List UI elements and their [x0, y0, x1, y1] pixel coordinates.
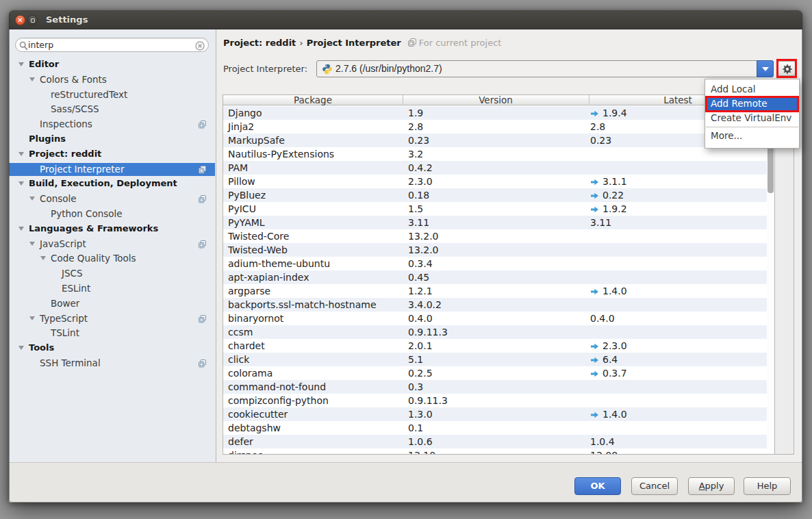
package-row-apt-xapian-index[interactable]: apt-xapian-index0.45: [223, 270, 767, 284]
sidebar-item-label: SSH Terminal: [40, 355, 101, 370]
package-row-pillow[interactable]: Pillow2.3.03.1.1: [223, 175, 767, 188]
sidebar-item-tslint[interactable]: TSLint: [9, 325, 215, 340]
sidebar-item-editor[interactable]: Editor: [9, 57, 215, 72]
expand-arrow-icon[interactable]: [18, 227, 24, 231]
restore-button[interactable]: [27, 15, 38, 25]
sidebar-item-bower[interactable]: Bower: [9, 296, 215, 311]
sidebar-item-label: JavaScript: [40, 236, 86, 251]
sidebar-item-code-quality-tools[interactable]: Code Quality Tools: [9, 251, 215, 266]
package-row-nautilus-pyextensions[interactable]: Nautilus-PyExtensions3.2: [223, 147, 767, 161]
sidebar-item-project-reddit[interactable]: Project: reddit: [9, 147, 215, 162]
ok-button[interactable]: OK: [574, 477, 621, 495]
package-row-backports.ssl-match-hostname[interactable]: backports.ssl-match-hostname3.4.0.2: [223, 298, 767, 312]
expand-arrow-icon[interactable]: [29, 242, 35, 246]
clear-search-icon[interactable]: [195, 40, 205, 53]
sidebar-item-project-interpreter[interactable]: Project Interpreter: [9, 162, 215, 177]
cancel-button[interactable]: Cancel: [631, 477, 678, 495]
package-name: argparse: [228, 284, 270, 298]
expand-arrow-icon[interactable]: [40, 256, 46, 260]
help-button[interactable]: Help: [744, 477, 791, 495]
gear-button[interactable]: [778, 61, 796, 76]
search-input[interactable]: interp: [15, 38, 209, 52]
sidebar-item-plugins[interactable]: Plugins: [9, 131, 215, 147]
package-version: 5.1: [408, 353, 423, 366]
expand-arrow-icon[interactable]: [18, 346, 24, 350]
package-row-markupsafe[interactable]: MarkupSafe0.230.23: [223, 134, 767, 147]
menu-item-add-remote[interactable]: Add Remote: [705, 97, 799, 111]
package-row-chardet[interactable]: chardet2.0.12.3.0: [223, 339, 767, 353]
column-header-package[interactable]: Package: [223, 95, 403, 105]
gear-dropdown-menu: Add LocalAdd RemoteCreate VirtualEnvMore…: [705, 79, 800, 149]
package-latest: 13.08: [590, 448, 618, 454]
sidebar-item-inspections[interactable]: Inspections: [9, 116, 215, 131]
upgrade-arrow-icon: [590, 288, 599, 295]
package-row-click[interactable]: click5.16.4: [223, 353, 767, 366]
sidebar-item-ssh-terminal[interactable]: SSH Terminal: [9, 355, 215, 370]
interpreter-dropdown-button[interactable]: [757, 60, 774, 77]
sidebar-item-sass-scss[interactable]: Sass/SCSS: [9, 101, 215, 116]
sidebar-item-restructuredtext[interactable]: reStructuredText: [9, 87, 215, 102]
package-latest: 2.8: [590, 120, 605, 134]
expand-arrow-icon[interactable]: [29, 77, 35, 81]
package-name: MarkupSafe: [228, 134, 285, 147]
package-row-jinja2[interactable]: Jinja22.82.8: [223, 120, 767, 134]
sidebar-item-jscs[interactable]: JSCS: [9, 266, 215, 281]
dialog-footer: OKCancelApplyHelp: [9, 462, 802, 503]
package-name: Twisted-Web: [228, 243, 288, 257]
upgrade-arrow-icon: [590, 110, 599, 117]
sidebar-item-languages-frameworks[interactable]: Languages & Frameworks: [9, 221, 215, 236]
package-row-debtagshw[interactable]: debtagshw0.1: [223, 421, 767, 435]
package-name: Jinja2: [228, 120, 254, 134]
settings-sidebar: interp EditorColors & FontsreStructuredT…: [9, 29, 216, 462]
package-row-command-not-found[interactable]: command-not-found0.3: [223, 380, 767, 394]
python-icon: [322, 64, 333, 77]
restore-icon: [31, 18, 35, 23]
gear-icon: [782, 64, 793, 75]
breadcrumb-project[interactable]: Project: reddit: [223, 38, 296, 48]
sidebar-item-eslint[interactable]: ESLint: [9, 281, 215, 296]
interpreter-combobox[interactable]: 2.7.6 (/usr/bin/python2.7): [316, 60, 774, 77]
package-row-compizconfig-python[interactable]: compizconfig-python0.9.11.3: [223, 394, 767, 407]
package-row-pam[interactable]: PAM0.4.2: [223, 161, 767, 175]
expand-arrow-icon[interactable]: [18, 62, 24, 66]
package-row-adium-theme-ubuntu[interactable]: adium-theme-ubuntu0.3.4: [223, 257, 767, 270]
titlebar[interactable]: ✕ Settings: [9, 10, 802, 29]
menu-item-more[interactable]: More...: [705, 129, 799, 143]
menu-item-add-local[interactable]: Add Local: [705, 82, 799, 97]
package-row-ccsm[interactable]: ccsm0.9.11.3: [223, 325, 767, 339]
upgrade-arrow-icon: [590, 370, 599, 377]
package-name: adium-theme-ubuntu: [228, 257, 330, 270]
apply-button[interactable]: Apply: [688, 477, 735, 495]
package-row-dirspec[interactable]: dirspec13.1013.08: [223, 448, 767, 454]
package-row-defer[interactable]: defer1.0.61.0.4: [223, 435, 767, 448]
package-row-binaryornot[interactable]: binaryornot0.4.00.4.0: [223, 312, 767, 325]
shared-settings-icon: [199, 165, 206, 176]
sidebar-item-build-execution-deployment[interactable]: Build, Execution, Deployment: [9, 176, 215, 191]
package-row-cookiecutter[interactable]: cookiecutter1.3.01.4.0: [223, 407, 767, 421]
sidebar-item-typescript[interactable]: TypeScript: [9, 311, 215, 326]
package-row-pyyaml[interactable]: PyYAML3.113.11: [223, 216, 767, 229]
sidebar-item-colors-fonts[interactable]: Colors & Fonts: [9, 72, 215, 87]
sidebar-item-python-console[interactable]: Python Console: [9, 206, 215, 221]
package-row-twisted-core[interactable]: Twisted-Core13.2.0: [223, 229, 767, 243]
package-row-twisted-web[interactable]: Twisted-Web13.2.0: [223, 243, 767, 257]
package-row-argparse[interactable]: argparse1.2.11.4.0: [223, 284, 767, 298]
package-row-django[interactable]: Django1.91.9.4: [223, 106, 767, 120]
sidebar-item-tools[interactable]: Tools: [9, 340, 215, 355]
package-row-pyicu[interactable]: PyICU1.51.9.2: [223, 202, 767, 216]
menu-item-create-virtualenv[interactable]: Create VirtualEnv: [705, 111, 799, 125]
package-row-colorama[interactable]: colorama0.2.50.3.7: [223, 366, 767, 380]
package-row-pybluez[interactable]: PyBluez0.180.22: [223, 188, 767, 202]
expand-arrow-icon[interactable]: [18, 152, 24, 156]
sidebar-item-label: reStructuredText: [51, 87, 127, 102]
column-header-version[interactable]: Version: [403, 95, 589, 105]
sidebar-item-javascript[interactable]: JavaScript: [9, 236, 215, 251]
expand-arrow-icon[interactable]: [29, 197, 35, 201]
expand-arrow-icon[interactable]: [18, 181, 24, 186]
expand-arrow-icon[interactable]: [29, 316, 35, 320]
breadcrumb-note: For current project: [419, 38, 502, 48]
sidebar-item-label: TSLint: [51, 325, 79, 340]
package-version: 1.2.1: [408, 284, 433, 298]
close-button[interactable]: ✕: [15, 15, 25, 25]
sidebar-item-console[interactable]: Console: [9, 191, 215, 206]
